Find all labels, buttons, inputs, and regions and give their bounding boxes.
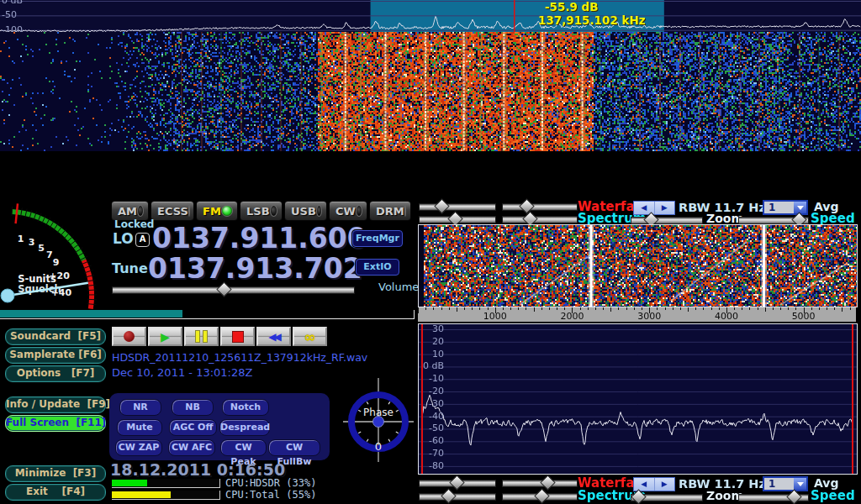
zoom-slider-top[interactable] <box>631 217 703 224</box>
af-waterfall[interactable] <box>419 225 857 307</box>
cpu-hdsdr-label: CPU:HDSDR (33%) <box>225 477 316 489</box>
db-axis-label: -80 <box>421 460 444 471</box>
spectrum-contrast-slider-top[interactable] <box>502 216 578 223</box>
record-icon <box>124 331 135 342</box>
mode-button-lsb[interactable]: LSB <box>240 201 283 221</box>
slider-thumb[interactable] <box>449 475 464 490</box>
options-button[interactable]: Options [F7] <box>5 365 106 382</box>
nr-button[interactable]: NR <box>119 399 161 416</box>
phase-indicator: Phase 0 <box>341 376 415 464</box>
db-axis-label: -30 <box>421 398 444 409</box>
dropdown-arrow-icon[interactable] <box>794 478 806 490</box>
mode-button-fm[interactable]: FM <box>196 201 238 221</box>
speed-label-bottom: Speed <box>811 488 855 503</box>
slider-thumb[interactable] <box>519 198 534 213</box>
volume-label: Volume <box>378 281 419 293</box>
smeter-tick-1: 1 <box>18 234 24 244</box>
db-axis-label: 20 <box>421 336 444 347</box>
mute-button[interactable]: Mute <box>117 419 162 436</box>
db-axis-label: 0 dB <box>2 0 24 6</box>
scale-tick-label: 4000 <box>706 311 747 322</box>
arrow-right-icon[interactable]: ▶ <box>655 202 675 214</box>
db-axis-label: -50 <box>2 9 24 20</box>
loop-button[interactable]: ∞ <box>293 327 327 346</box>
slider-thumb[interactable] <box>434 198 449 213</box>
despread-button[interactable]: Despread <box>219 419 270 436</box>
zoom-slider-bottom[interactable] <box>631 494 703 501</box>
waterfall-brightness-slider-top[interactable] <box>419 203 496 211</box>
af-spectrum-frame: 3020100 dB-10-20-30-40-50-60-70-80 <box>418 323 858 475</box>
play-button[interactable]: ▶ <box>148 327 182 346</box>
lo-lock-button[interactable]: A <box>135 233 150 247</box>
smeter-tick-3: 3 <box>29 237 35 248</box>
freqmgr-button[interactable]: FreqMgr <box>352 230 403 247</box>
db-axis-label: 10 <box>421 349 444 360</box>
speed-slider-bottom[interactable] <box>738 494 809 501</box>
speed-slider-top[interactable] <box>738 217 809 224</box>
pause-button[interactable] <box>184 327 219 346</box>
nb-button[interactable]: NB <box>172 399 214 416</box>
waterfall-contrast-slider-bottom[interactable] <box>502 480 578 487</box>
cw-peak-button[interactable]: CW Peak <box>220 439 267 456</box>
spectrum-brightness-slider-bottom[interactable] <box>419 493 496 501</box>
af-frequency-scale[interactable]: 10002000300040005000 <box>418 307 856 322</box>
mode-button-cw[interactable]: CW <box>329 201 367 221</box>
arrow-right-icon[interactable]: ▶ <box>655 478 675 491</box>
smeter-needle-pivot <box>1 289 14 302</box>
cw-zap-button[interactable]: CW ZAP <box>115 439 162 456</box>
volume-slider[interactable] <box>112 286 355 294</box>
loop-icon: ∞ <box>304 328 315 345</box>
playback-toolbar: ▶ ◀◀ ∞ <box>112 327 327 346</box>
mode-button-usb[interactable]: USB <box>284 201 327 221</box>
lo-frequency-display[interactable]: 0137.911.600 <box>152 222 367 255</box>
slider-thumb[interactable] <box>441 488 456 503</box>
mode-label: LSB <box>246 205 270 218</box>
pause-icon <box>195 330 208 343</box>
db-axis-label: -50 <box>421 423 444 433</box>
stop-icon <box>232 331 244 343</box>
cpu-total-fill <box>112 491 171 498</box>
avg-select-bottom[interactable]: 1 <box>763 476 808 491</box>
scale-tick-label: 2000 <box>552 311 592 322</box>
mode-label: ECSS <box>157 205 188 218</box>
scale-tick-label: 1000 <box>475 311 515 322</box>
mode-led-icon <box>404 205 406 217</box>
lo-locked-label: Locked <box>114 218 154 230</box>
fullscreen-button[interactable]: Full Screen [F11] <box>5 415 106 432</box>
squelch-marker <box>16 203 18 223</box>
spectrum-brightness-slider-top[interactable] <box>419 216 496 223</box>
record-button[interactable] <box>112 327 146 346</box>
waterfall-contrast-slider-top[interactable] <box>502 203 578 211</box>
agc-button[interactable]: AGC Off <box>169 419 217 436</box>
mode-label: DRM <box>376 205 404 218</box>
cpu-hdsdr-bar <box>112 479 220 488</box>
avg-select-top[interactable]: 1 <box>763 200 808 215</box>
phase-dot <box>373 417 384 428</box>
rf-spectrum[interactable]: -55.9 dB 137,915.102 kHz 0 dB-50-100 <box>0 0 861 32</box>
af-spectrum[interactable] <box>419 324 857 474</box>
stop-button[interactable] <box>220 327 255 346</box>
soundcard-button[interactable]: Soundcard [F5] <box>5 328 106 345</box>
cw-afc-button[interactable]: CW AFC <box>168 439 215 456</box>
samplerate-button[interactable]: Samplerate [F6] <box>5 347 106 364</box>
exit-button[interactable]: Exit [F4] <box>5 484 106 501</box>
cursor-frequency-readout: 137,915.102 kHz <box>538 13 646 27</box>
smeter-tick-7: 7 <box>46 249 53 260</box>
lo-label: LO <box>113 230 134 247</box>
info-update-button[interactable]: Info / Update [F9] <box>5 396 106 413</box>
cpu-total-label: CPU:Total (55%) <box>225 489 316 501</box>
scale-tick-label: 5000 <box>784 311 824 322</box>
minimize-button[interactable]: Minimize [F3] <box>5 465 106 482</box>
rewind-button[interactable]: ◀◀ <box>256 327 291 346</box>
db-axis-label: 0 dB <box>421 360 444 371</box>
mode-button-ecss[interactable]: ECSS <box>151 201 194 221</box>
notch-button[interactable]: Notch <box>222 399 269 416</box>
dropdown-arrow-icon[interactable] <box>794 202 806 213</box>
extio-button[interactable]: ExtIO <box>356 259 399 276</box>
mode-button-drm[interactable]: DRM <box>369 201 411 221</box>
spectrum-contrast-slider-bottom[interactable] <box>502 493 578 501</box>
smeter-tick-9: 9 <box>53 257 60 268</box>
cw-fullbw-button[interactable]: CW FullBw <box>268 439 320 456</box>
waterfall-brightness-slider-bottom[interactable] <box>419 480 496 487</box>
tune-frequency-display[interactable]: 0137.913.702 <box>148 252 362 285</box>
